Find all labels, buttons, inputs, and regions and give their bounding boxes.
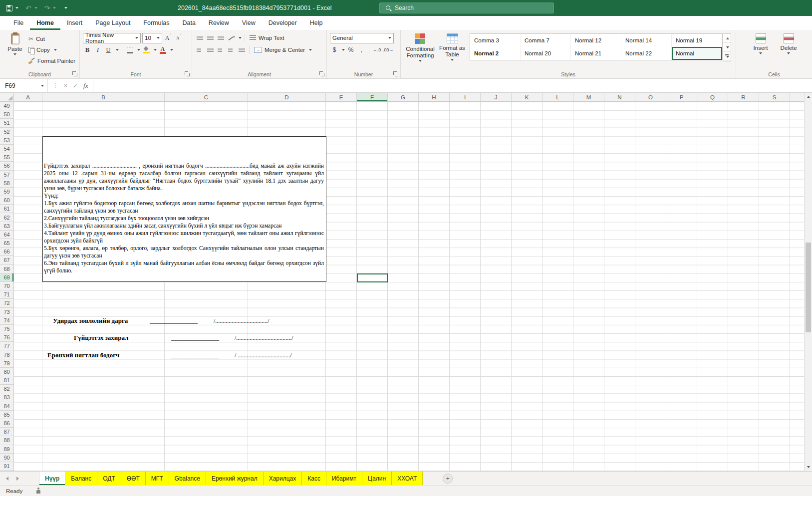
row-header-73[interactable]: 73 [0, 308, 13, 316]
tab-file[interactable]: File [7, 16, 30, 30]
scrollbar-thumb[interactable] [806, 243, 811, 332]
row-header-74[interactable]: 74 [0, 316, 13, 325]
row-header-64[interactable]: 64 [0, 231, 13, 239]
row-header-82[interactable]: 82 [0, 385, 13, 393]
row-header-83[interactable]: 83 [0, 393, 13, 402]
increase-indent-button[interactable] [237, 45, 246, 54]
column-header-O[interactable]: O [635, 93, 666, 101]
column-header-R[interactable]: R [728, 93, 759, 101]
column-header-P[interactable]: P [666, 93, 697, 101]
row-header-70[interactable]: 70 [0, 282, 13, 290]
copy-button[interactable]: Copy [27, 45, 77, 55]
tab-formulas[interactable]: Formulas [137, 16, 176, 30]
row-header-63[interactable]: 63 [0, 222, 13, 231]
column-header-S[interactable]: S [759, 93, 790, 101]
column-header-L[interactable]: L [542, 93, 573, 101]
merge-center-button[interactable]: ↔Merge & Center [253, 45, 313, 55]
row-header-87[interactable]: 87 [0, 428, 13, 436]
new-sheet-button[interactable]: + [443, 474, 453, 484]
redo-button[interactable]: ↷ [44, 4, 56, 11]
tab-home[interactable]: Home [30, 16, 60, 30]
decrease-font-size-button[interactable]: Aˇ [174, 33, 183, 42]
sheet-tab-Харилцах[interactable]: Харилцах [264, 472, 302, 485]
bold-button[interactable]: B [83, 45, 92, 54]
sheet-tab-МГТ[interactable]: МГТ [146, 472, 169, 485]
cell-style-normal-20[interactable]: Normal 20 [521, 47, 571, 60]
save-button[interactable] [6, 5, 18, 11]
comma-style-button[interactable]: , [357, 45, 366, 54]
row-header-77[interactable]: 77 [0, 342, 13, 350]
clipboard-dialog-launcher[interactable] [72, 71, 77, 76]
column-header-M[interactable]: M [573, 93, 604, 101]
enter-button[interactable]: ✓ [73, 82, 78, 89]
paste-button[interactable]: Paste [3, 32, 27, 70]
cut-button[interactable]: ✂Cut [27, 34, 77, 44]
cell-style-normal-21[interactable]: Normal 21 [571, 47, 621, 60]
underline-button[interactable]: U [104, 45, 113, 54]
row-header-81[interactable]: 81 [0, 376, 13, 385]
align-left-button[interactable] [195, 45, 204, 54]
format-painter-button[interactable]: Format Painter [27, 56, 77, 66]
row-header-86[interactable]: 86 [0, 419, 13, 428]
tab-insert[interactable]: Insert [60, 16, 89, 30]
sheet-tab-ӨӨТ[interactable]: ӨӨТ [121, 472, 146, 485]
row-header-89[interactable]: 89 [0, 445, 13, 454]
column-header-H[interactable]: H [419, 93, 450, 101]
column-header-F[interactable]: F [357, 93, 388, 101]
row-header-75[interactable]: 75 [0, 325, 13, 333]
conditional-formatting-button[interactable]: Conditional Formatting [404, 32, 437, 70]
tab-page-layout[interactable]: Page Layout [89, 16, 137, 30]
column-header-G[interactable]: G [388, 93, 419, 101]
column-header-I[interactable]: I [450, 93, 481, 101]
name-box[interactable]: F69 [0, 79, 48, 92]
decrease-decimal-button[interactable]: .00→ [383, 45, 394, 54]
row-header-50[interactable]: 50 [0, 110, 13, 119]
column-header-A[interactable]: A [14, 93, 42, 101]
row-header-80[interactable]: 80 [0, 368, 13, 376]
styles-more-button[interactable] [723, 52, 731, 61]
sheet-tab-Цалин[interactable]: Цалин [362, 472, 392, 485]
row-header-69[interactable]: 69 [0, 273, 13, 282]
row-header-65[interactable]: 65 [0, 239, 13, 248]
cells-area[interactable]: Гүйцэтгэх захирал ......................… [14, 102, 804, 471]
scroll-down-arrow[interactable] [805, 463, 812, 471]
decrease-indent-button[interactable] [227, 45, 236, 54]
row-header-55[interactable]: 55 [0, 153, 13, 162]
align-middle-button[interactable] [206, 33, 215, 42]
increase-decimal-button[interactable]: ←.0 [372, 45, 381, 54]
italic-button[interactable]: I [93, 45, 102, 54]
row-header-90[interactable]: 90 [0, 454, 13, 462]
wrap-text-button[interactable]: Wrap Text [248, 33, 285, 43]
row-header-59[interactable]: 59 [0, 188, 13, 196]
cancel-button[interactable]: × [64, 82, 67, 89]
sheet-nav-next-icon[interactable] [16, 477, 19, 481]
fill-color-button[interactable] [142, 45, 151, 54]
column-header-E[interactable]: E [326, 93, 357, 101]
row-header-79[interactable]: 79 [0, 359, 13, 368]
sheet-nav-prev-icon[interactable] [6, 477, 8, 481]
row-header-60[interactable]: 60 [0, 196, 13, 205]
row-header-57[interactable]: 57 [0, 171, 13, 179]
row-header-91[interactable]: 91 [0, 462, 13, 471]
cell-style-normal[interactable]: Normal [672, 47, 722, 60]
cell-style-normal-2[interactable]: Normal 2 [470, 47, 521, 60]
font-name-combo[interactable]: Times New Roman [83, 33, 141, 43]
column-header-K[interactable]: K [512, 93, 542, 101]
align-right-button[interactable] [216, 45, 225, 54]
qat-customize-button[interactable] [63, 7, 67, 9]
scroll-up-arrow[interactable] [805, 93, 812, 101]
undo-button[interactable]: ↶ [25, 4, 37, 11]
row-header-88[interactable]: 88 [0, 436, 13, 445]
column-header-partial[interactable] [790, 93, 804, 101]
row-header-78[interactable]: 78 [0, 350, 13, 359]
tab-data[interactable]: Data [176, 16, 202, 30]
row-header-58[interactable]: 58 [0, 179, 13, 188]
active-cell-selection[interactable] [357, 273, 388, 282]
tab-view[interactable]: View [236, 16, 262, 30]
column-header-D[interactable]: D [248, 93, 326, 101]
column-header-Q[interactable]: Q [697, 93, 728, 101]
orientation-button[interactable] [227, 33, 236, 42]
font-dialog-launcher[interactable] [185, 71, 190, 76]
number-dialog-launcher[interactable] [393, 71, 398, 76]
increase-font-size-button[interactable]: Aˆ [164, 33, 173, 42]
